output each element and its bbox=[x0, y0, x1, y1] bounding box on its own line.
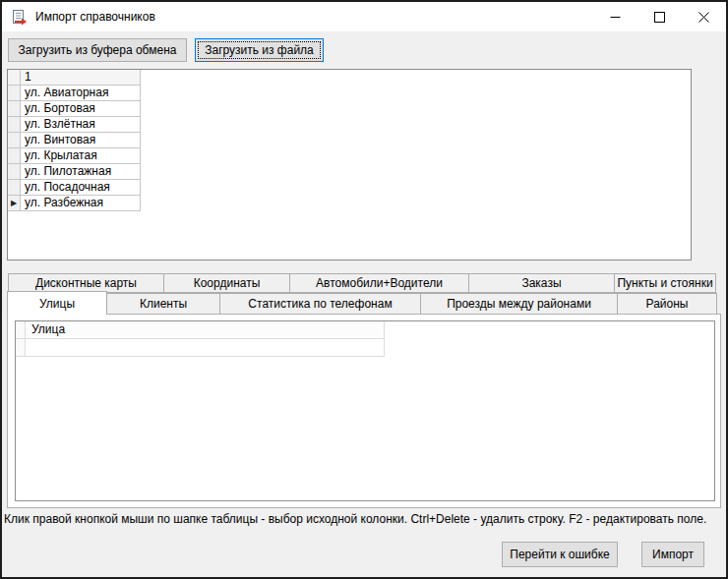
row-header[interactable] bbox=[8, 86, 21, 101]
target-grid: Улица bbox=[15, 320, 715, 501]
street-cell[interactable]: ул. Посадочная bbox=[21, 180, 141, 196]
close-icon bbox=[698, 12, 709, 23]
row-header[interactable] bbox=[8, 117, 21, 133]
table-row current-row: ▶ ул. Разбежная bbox=[8, 196, 691, 211]
minimize-button[interactable] bbox=[593, 2, 637, 31]
street-cell[interactable]: ул. Взлётная bbox=[21, 117, 141, 133]
tab-discount-cards[interactable]: Дисконтные карты bbox=[8, 273, 164, 293]
tab-strip-row-2: Улицы Клиенты Статистика по телефонам Пр… bbox=[7, 293, 717, 315]
tab-streets[interactable]: Улицы bbox=[7, 291, 107, 315]
window-controls bbox=[593, 2, 726, 31]
table-row: ул. Посадочная bbox=[8, 180, 691, 196]
tab-districts[interactable]: Районы bbox=[617, 293, 717, 315]
tab-clients[interactable]: Клиенты bbox=[106, 293, 220, 315]
target-grid-new-row bbox=[16, 339, 714, 357]
source-grid-header-row: 1 bbox=[8, 70, 691, 86]
tab-points-parking[interactable]: Пункты и стоянки bbox=[614, 273, 716, 293]
table-row: ул. Крылатая bbox=[8, 148, 691, 164]
table-row: ул. Винтовая bbox=[8, 133, 691, 148]
close-button[interactable] bbox=[682, 2, 726, 31]
source-grid-corner-cell[interactable] bbox=[8, 70, 21, 86]
street-cell[interactable]: ул. Винтовая bbox=[21, 133, 141, 148]
street-cell[interactable]: ул. Пилотажная bbox=[21, 164, 141, 180]
table-row: ул. Пилотажная bbox=[8, 164, 691, 180]
street-cell[interactable]: ул. Авиаторная bbox=[21, 86, 141, 101]
target-grid-corner-cell[interactable] bbox=[16, 321, 26, 339]
target-grid-header-row: Улица bbox=[16, 321, 714, 339]
street-cell[interactable]: ул. Разбежная bbox=[21, 196, 141, 211]
tab-phone-statistics[interactable]: Статистика по телефонам bbox=[219, 293, 421, 315]
tab-orders[interactable]: Заказы bbox=[468, 273, 615, 293]
table-row: ул. Бортовая bbox=[8, 101, 691, 117]
maximize-button[interactable] bbox=[637, 2, 682, 31]
title-bar: Импорт справочников bbox=[2, 2, 726, 31]
streets-tab-page: Улица bbox=[7, 314, 721, 508]
row-header[interactable] bbox=[8, 164, 21, 180]
tab-coordinates[interactable]: Координаты bbox=[163, 273, 290, 293]
maximize-icon bbox=[654, 12, 665, 23]
import-directories-window: { "window": { "title": "Импорт справочни… bbox=[0, 0, 728, 579]
street-cell[interactable]: ул. Крылатая bbox=[21, 148, 141, 164]
street-input-cell[interactable] bbox=[26, 339, 385, 357]
tab-district-routes[interactable]: Проезды между районами bbox=[420, 293, 618, 315]
street-cell[interactable]: ул. Бортовая bbox=[21, 101, 141, 117]
import-document-icon bbox=[11, 9, 28, 26]
table-row: ул. Авиаторная bbox=[8, 86, 691, 101]
import-button[interactable]: Импорт bbox=[641, 542, 704, 567]
source-grid-column-header[interactable]: 1 bbox=[21, 70, 141, 86]
row-header[interactable] bbox=[8, 148, 21, 164]
table-row: ул. Взлётная bbox=[8, 117, 691, 133]
target-grid-column-header[interactable]: Улица bbox=[26, 321, 385, 339]
tab-strip-row-1: Дисконтные карты Координаты Автомобили+В… bbox=[8, 273, 716, 293]
tab-cars-drivers[interactable]: Автомобили+Водители bbox=[289, 273, 469, 293]
usage-hint-text: Клик правой кнопкой мыши по шапке таблиц… bbox=[4, 512, 722, 526]
row-header[interactable] bbox=[16, 339, 26, 357]
current-row-marker-icon[interactable]: ▶ bbox=[8, 196, 21, 211]
row-header[interactable] bbox=[8, 180, 21, 196]
row-header[interactable] bbox=[8, 101, 21, 117]
source-data-grid: 1 ул. Авиаторная ул. Бортовая ул. Взлётн… bbox=[7, 69, 692, 261]
row-header[interactable] bbox=[8, 133, 21, 148]
minimize-icon bbox=[610, 12, 621, 23]
goto-error-button[interactable]: Перейти к ошибке bbox=[502, 542, 618, 567]
window-title: Импорт справочников bbox=[35, 2, 155, 31]
load-from-clipboard-button[interactable]: Загрузить из буфера обмена bbox=[8, 38, 187, 62]
load-from-file-button[interactable]: Загрузить из файла bbox=[195, 38, 324, 62]
